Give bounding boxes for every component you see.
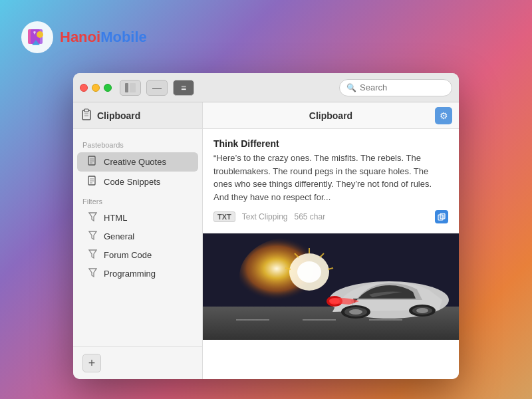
sidebar-item-general[interactable]: General: [77, 227, 198, 245]
sidebar-item-creative-quotes[interactable]: Creative Quotes: [77, 152, 198, 172]
svg-marker-20: [89, 250, 96, 258]
sidebar-item-forum-code[interactable]: Forum Code: [77, 246, 198, 264]
filter-icon-general: [86, 231, 98, 242]
window-body: Clipboard Pasteboards Creative Quotes: [73, 102, 459, 379]
logo-icon: [20, 20, 55, 55]
clipboard-icon: [81, 108, 92, 123]
sidebar-item-forum-code-label: Forum Code: [104, 250, 152, 260]
svg-rect-4: [125, 83, 128, 92]
car-svg: [203, 233, 459, 340]
svg-point-40: [297, 261, 321, 283]
titlebar: — ≡ 🔍: [73, 73, 459, 102]
sidebar-item-html-label: HTML: [104, 213, 127, 223]
doc-icon-1: [86, 156, 98, 168]
svg-point-3: [37, 31, 43, 38]
quote-text: “Here’s to the crazy ones. The misfits. …: [213, 152, 448, 203]
maximize-button[interactable]: [104, 84, 112, 92]
quote-title: Think Different: [213, 138, 448, 149]
minus-button[interactable]: —: [146, 80, 168, 96]
sidebar-item-programming[interactable]: Programming: [77, 265, 198, 283]
svg-marker-21: [89, 269, 96, 277]
close-button[interactable]: [80, 84, 88, 92]
svg-marker-19: [89, 231, 96, 239]
svg-point-38: [416, 308, 428, 313]
content-header: Clipboard ⚙: [203, 102, 459, 129]
menu-button[interactable]: ≡: [173, 80, 194, 96]
add-button[interactable]: +: [82, 354, 101, 372]
content-body: Think Different “Here’s to the crazy one…: [203, 129, 459, 379]
settings-button[interactable]: ⚙: [435, 107, 452, 124]
sidebar: Clipboard Pasteboards Creative Quotes: [73, 102, 203, 379]
minus-icon: —: [152, 82, 162, 93]
sidebar-header-label: Clipboard: [97, 110, 140, 121]
sidebar-item-programming-label: Programming: [104, 269, 156, 279]
filter-icon-programming: [86, 268, 98, 279]
svg-rect-5: [130, 83, 136, 92]
pasteboards-section-label: Pasteboards: [73, 136, 202, 152]
sidebar-item-code-snippets[interactable]: Code Snippets: [77, 172, 198, 192]
copy-button[interactable]: [435, 210, 448, 223]
doc-icon-2: [86, 176, 98, 188]
sidebar-toggle-button[interactable]: [120, 80, 141, 96]
search-bar[interactable]: 🔍: [339, 79, 452, 96]
sidebar-item-code-snippets-label: Code Snippets: [104, 177, 160, 187]
search-input[interactable]: [360, 82, 445, 92]
logo-area: HanoiMobile: [20, 20, 147, 55]
main-content: Clipboard ⚙ Think Different “Here’s to t…: [203, 102, 459, 379]
svg-point-35: [349, 309, 362, 315]
quote-meta: TXT Text Clipping 565 char: [213, 210, 448, 223]
meta-size: 565 char: [294, 212, 428, 221]
gear-icon: ⚙: [440, 110, 448, 121]
sidebar-header: Clipboard: [73, 102, 202, 129]
filter-icon-forum: [86, 249, 98, 261]
logo-text: HanoiMobile: [60, 29, 147, 46]
quote-item: Think Different “Here’s to the crazy one…: [203, 129, 459, 233]
filters-section-label: Filters: [73, 192, 202, 208]
svg-marker-18: [89, 213, 96, 221]
filter-icon-html: [86, 212, 98, 223]
sidebar-item-creative-quotes-label: Creative Quotes: [104, 157, 166, 167]
car-image: [203, 233, 459, 340]
search-icon: 🔍: [346, 83, 356, 92]
meta-label: Text Clipping: [242, 212, 288, 221]
sidebar-item-general-label: General: [104, 231, 134, 241]
logo-text-label: HanoiMobile: [60, 29, 147, 45]
app-window: — ≡ 🔍 Clipboard: [73, 73, 459, 379]
traffic-lights: [80, 84, 112, 92]
sidebar-footer: +: [73, 346, 202, 379]
svg-rect-7: [84, 109, 88, 112]
sidebar-content: Pasteboards Creative Quotes: [73, 129, 202, 346]
type-badge: TXT: [213, 211, 235, 222]
menu-icon: ≡: [181, 82, 186, 93]
sidebar-item-html[interactable]: HTML: [77, 209, 198, 227]
svg-rect-23: [440, 213, 445, 219]
content-title: Clipboard: [309, 110, 352, 121]
minimize-button[interactable]: [92, 84, 100, 92]
